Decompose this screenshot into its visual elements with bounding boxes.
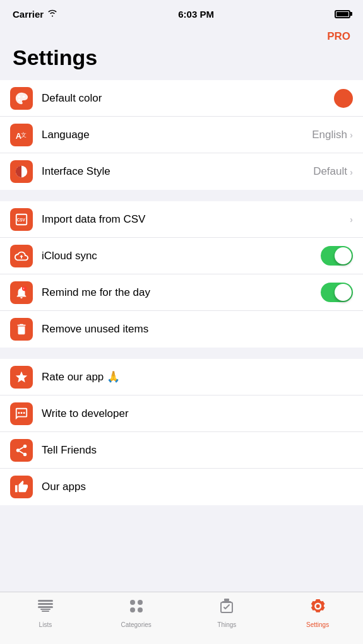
chevron-icon: ›	[350, 214, 353, 225]
row-write-developer[interactable]: Write to developer	[0, 395, 363, 432]
translate-icon: A 文	[10, 124, 33, 146]
row-our-apps[interactable]: Our apps	[0, 469, 363, 505]
svg-point-24	[130, 607, 135, 612]
cloud-icon	[10, 245, 33, 267]
tab-lists[interactable]: Lists	[0, 597, 91, 628]
svg-text:文: 文	[21, 131, 27, 138]
status-carrier: Carrier	[13, 9, 57, 20]
svg-rect-20	[40, 609, 51, 610]
write-developer-label: Write to developer	[42, 407, 353, 420]
tab-settings-label: Settings	[306, 621, 329, 628]
row-remind-day[interactable]: Remind me for the day	[0, 274, 363, 311]
tab-categories-label: Categories	[121, 621, 151, 628]
remind-day-toggle[interactable]	[321, 283, 353, 302]
tab-things-label: Things	[217, 621, 236, 628]
remove-unused-label: Remove unused items	[42, 323, 353, 336]
svg-point-23	[138, 600, 143, 605]
svg-rect-26	[224, 599, 229, 601]
svg-point-25	[138, 607, 143, 612]
chat-icon	[10, 402, 33, 425]
lists-icon	[37, 597, 54, 619]
palette-icon	[10, 87, 33, 110]
categories-icon	[128, 597, 145, 619]
svg-rect-19	[38, 606, 53, 608]
row-rate-app[interactable]: Rate our app 🙏	[0, 359, 363, 395]
row-default-color[interactable]: Default color	[0, 80, 363, 117]
thumbsup-icon	[10, 476, 33, 498]
settings-content: Default color A 文 Language English ›	[0, 80, 363, 644]
svg-point-22	[130, 600, 135, 605]
icloud-sync-toggle[interactable]	[321, 246, 353, 266]
default-color-label: Default color	[42, 92, 334, 105]
interface-style-label: Interface Style	[42, 165, 313, 178]
theme-icon	[10, 160, 33, 183]
page-title: Settings	[0, 43, 363, 80]
tab-settings[interactable]: Settings	[272, 597, 363, 628]
svg-text:CSV: CSV	[17, 217, 26, 221]
tab-lists-label: Lists	[39, 621, 52, 628]
svg-point-8	[22, 286, 27, 290]
csv-icon: CSV	[10, 208, 33, 231]
status-time: 6:03 PM	[178, 9, 214, 20]
star-icon	[10, 366, 33, 389]
things-icon	[218, 597, 235, 619]
svg-point-29	[316, 604, 320, 608]
import-csv-arrow: ›	[350, 214, 353, 225]
settings-icon	[309, 597, 326, 619]
row-import-csv[interactable]: CSV Import data from CSV ›	[0, 201, 363, 238]
svg-rect-10	[21, 412, 23, 414]
import-csv-label: Import data from CSV	[42, 213, 350, 226]
language-value: English ›	[312, 129, 353, 141]
tell-friends-label: Tell Friends	[42, 444, 353, 457]
remind-day-label: Remind me for the day	[42, 286, 321, 299]
svg-rect-21	[42, 611, 49, 612]
tab-categories[interactable]: Categories	[91, 597, 182, 628]
battery-icon	[335, 10, 350, 18]
bell-icon	[10, 281, 33, 304]
svg-line-15	[20, 451, 23, 454]
chevron-icon: ›	[350, 129, 353, 140]
svg-rect-17	[38, 600, 53, 602]
row-interface-style[interactable]: Interface Style Default ›	[0, 153, 363, 190]
section-data: CSV Import data from CSV › iCloud sync	[0, 201, 363, 348]
row-tell-friends[interactable]: Tell Friends	[0, 432, 363, 469]
tab-things[interactable]: Things	[182, 597, 273, 628]
toggle-knob	[335, 284, 352, 301]
section-about: Rate our app 🙏 Write to developer	[0, 359, 363, 505]
svg-rect-11	[23, 412, 25, 414]
row-icloud-sync[interactable]: iCloud sync	[0, 238, 363, 274]
share-icon	[10, 439, 33, 462]
svg-rect-18	[38, 603, 53, 605]
svg-point-12	[23, 444, 27, 448]
interface-style-value: Default ›	[313, 165, 353, 178]
row-remove-unused[interactable]: Remove unused items	[0, 311, 363, 348]
section-appearance: Default color A 文 Language English ›	[0, 80, 363, 190]
svg-point-13	[16, 448, 20, 452]
tab-bar: Lists Categories Things	[0, 592, 363, 644]
rate-app-label: Rate our app 🙏	[42, 370, 353, 383]
icloud-sync-label: iCloud sync	[42, 250, 321, 262]
color-swatch	[334, 89, 353, 108]
wifi-icon	[47, 9, 57, 19]
trash-icon	[10, 318, 33, 341]
svg-line-16	[20, 447, 23, 449]
language-label: Language	[42, 129, 312, 141]
row-language[interactable]: A 文 Language English ›	[0, 117, 363, 153]
svg-point-14	[23, 452, 27, 456]
chevron-icon: ›	[350, 167, 353, 177]
status-bar: Carrier 6:03 PM	[0, 0, 363, 28]
our-apps-label: Our apps	[42, 481, 353, 493]
svg-rect-9	[18, 412, 20, 414]
status-battery	[335, 10, 350, 18]
toggle-knob	[335, 247, 352, 264]
pro-badge[interactable]: PRO	[0, 28, 363, 43]
